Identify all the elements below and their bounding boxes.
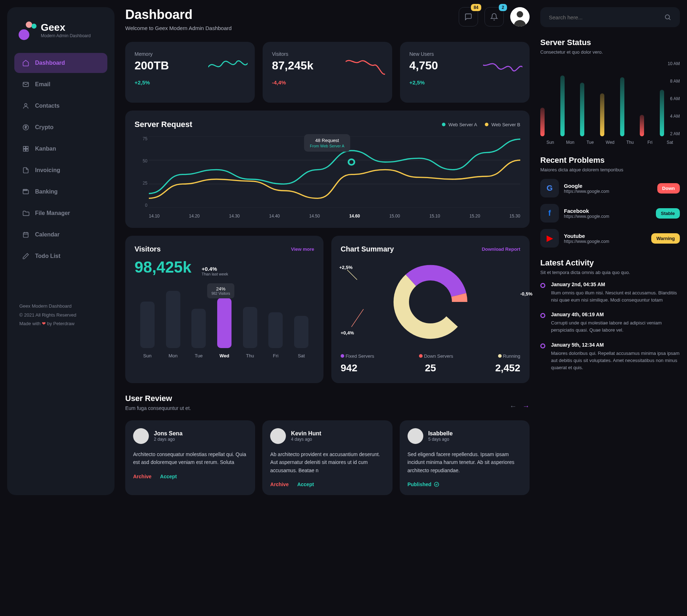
server-status-bar-fri — [640, 115, 644, 136]
problem-url: https://www.google.com — [564, 239, 646, 244]
sidebar-item-label: Invoicing — [35, 167, 60, 173]
sidebar-item-calendar[interactable]: Calendar — [14, 225, 107, 245]
chat-button[interactable]: 84 — [459, 7, 478, 26]
problem-name: Facebook — [564, 208, 651, 214]
stat-change: +2,5% — [135, 79, 245, 85]
sidebar-item-label: Calendar — [35, 231, 59, 238]
server-request-title: Server Request — [135, 120, 192, 129]
review-name: Jons Sena — [154, 430, 182, 437]
svg-rect-4 — [26, 146, 28, 148]
server-status-bar-tue — [580, 83, 584, 136]
activity-text: Corrupti unde qui molestiae labore ad ad… — [551, 319, 680, 334]
avatar-image-icon — [510, 7, 530, 26]
stat-change: -4,4% — [272, 79, 383, 85]
review-archive-button[interactable]: Archive — [270, 481, 288, 487]
search-input[interactable] — [549, 14, 664, 20]
review-avatar-icon — [133, 428, 149, 444]
review-body: Sed eligendi facere repellendus. Ipsam i… — [408, 450, 522, 474]
youtube-icon: ▶ — [540, 229, 559, 248]
latest-activity-sub: Sit et tempora dicta omnis ab quia quo q… — [540, 270, 680, 275]
grid-icon — [22, 145, 29, 152]
server-status-sub: Consectetur et quo dolor vero. — [540, 49, 680, 55]
page-title: Dashboard — [125, 7, 232, 22]
activity-item: January 5th, 12:34 AMMaiores doloribus q… — [540, 342, 680, 371]
avatar[interactable] — [510, 7, 530, 26]
problem-row-youtube[interactable]: ▶Youtubehttps://www.google.comWarning — [540, 229, 680, 248]
sidebar-item-todo-list[interactable]: Todo List — [14, 246, 107, 266]
wallet-icon — [22, 188, 29, 195]
sidebar-item-crypto[interactable]: Crypto — [14, 117, 107, 137]
review-next-button[interactable]: → — [522, 402, 530, 410]
problem-status-badge: Stable — [656, 208, 680, 219]
sidebar-item-banking[interactable]: Banking — [14, 182, 107, 202]
user-icon — [22, 102, 29, 109]
review-archive-button[interactable]: Archive — [133, 474, 151, 479]
legend-fixed: Fixed Servers — [341, 353, 374, 359]
download-report-link[interactable]: Download Report — [482, 246, 520, 252]
problem-row-google[interactable]: GGooglehttps://www.google.comDown — [540, 179, 680, 197]
user-review-sub: Eum fuga consequuntur ut et. — [125, 405, 191, 411]
notifications-button[interactable]: 2 — [484, 7, 504, 26]
sidebar-item-kanban[interactable]: Kanban — [14, 139, 107, 159]
review-card: Jons Sena2 days agoArchitecto consequatu… — [125, 420, 255, 495]
review-accept-button[interactable]: Accept — [297, 481, 314, 487]
legend-running: Running — [498, 353, 520, 359]
svg-point-1 — [25, 103, 27, 106]
review-accept-button[interactable]: Accept — [160, 474, 177, 479]
sidebar-item-email[interactable]: Email — [14, 74, 107, 94]
brand-subtitle: Modern Admin Dashboard — [41, 33, 91, 38]
visitors-bar-thu[interactable]: Thu — [237, 307, 263, 358]
sidebar-item-label: Contacts — [35, 103, 59, 109]
review-prev-button[interactable]: ← — [510, 402, 517, 410]
visitors-card: Visitors View more 98,425k +0.4% Than la… — [125, 236, 323, 383]
svg-point-26 — [665, 15, 669, 19]
search-bar[interactable] — [540, 7, 680, 27]
visitors-view-more-link[interactable]: View more — [291, 246, 314, 252]
visitors-bar-sun[interactable]: Sun — [135, 302, 160, 358]
review-name: Kevin Hunt — [291, 430, 321, 437]
donut-label-a: +2,5% — [339, 265, 352, 270]
sidebar: Geex Modern Admin Dashboard DashboardEma… — [7, 7, 114, 495]
heart-icon: ❤ — [42, 321, 46, 326]
visitors-bar-mon[interactable]: Mon — [160, 291, 186, 358]
server-status-bar-thu — [620, 77, 624, 136]
sidebar-item-contacts[interactable]: Contacts — [14, 96, 107, 116]
review-time: 2 days ago — [154, 437, 182, 442]
latest-activity-title: Latest Activity — [540, 258, 680, 268]
sidebar-item-dashboard[interactable]: Dashboard — [14, 53, 107, 73]
visitors-bar-sat[interactable]: Sat — [288, 316, 314, 358]
facebook-icon: f — [540, 204, 559, 223]
problem-name: Google — [564, 183, 652, 189]
sidebar-item-label: Kanban — [35, 146, 56, 152]
sparkline-icon — [483, 56, 522, 78]
sidebar-item-file-manager[interactable]: File Manager — [14, 203, 107, 223]
legend-server-b: Web Server B — [485, 122, 520, 127]
stat-card-memory: Memory200TB+2,5% — [125, 42, 255, 103]
folder-icon — [22, 210, 29, 217]
visitors-bar-fri[interactable]: Fri — [263, 312, 289, 358]
summary-val-fixed: 942 — [341, 362, 400, 374]
visitors-bar-tue[interactable]: Tue — [186, 309, 211, 358]
review-avatar-icon — [270, 428, 286, 444]
svg-line-24 — [351, 309, 364, 327]
review-avatar-icon — [408, 428, 423, 444]
home-icon — [22, 59, 29, 67]
sparkline-icon — [208, 56, 248, 78]
visitors-bar-wed[interactable]: Wed — [211, 298, 237, 358]
activity-item: January 2nd, 04:35 AMIllum omnis quo ill… — [540, 282, 680, 304]
sidebar-item-invoicing[interactable]: Invoicing — [14, 160, 107, 180]
review-time: 5 days ago — [428, 437, 453, 442]
stat-card-visitors: Visitors87,245k-4,4% — [263, 42, 392, 103]
review-card: Isabbelle5 days agoSed eligendi facere r… — [400, 420, 530, 495]
problem-row-facebook[interactable]: fFacebookhttps://www.google.comStable — [540, 204, 680, 223]
sidebar-footer: Geex Modern Dashboard © 2021 All Rights … — [14, 302, 107, 328]
activity-date: January 2nd, 04:35 AM — [551, 282, 680, 287]
server-status-title: Server Status — [540, 38, 680, 47]
server-status-bar-wed — [600, 93, 604, 136]
file-icon — [22, 167, 29, 174]
activity-item: January 4th, 06:19 AMCorrupti unde qui m… — [540, 312, 680, 334]
problem-name: Youtube — [564, 233, 646, 239]
server-request-chart: 7550250 48 Request From Web Server A 14.… — [135, 136, 520, 219]
recent-problems-sub: Maiores dicta atque dolorem temporibus — [540, 167, 680, 172]
sidebar-item-label: Email — [35, 81, 50, 88]
